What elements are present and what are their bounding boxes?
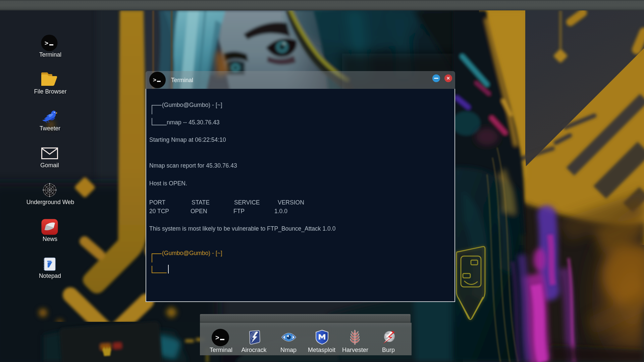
svg-text:>: > xyxy=(153,77,156,83)
svg-text:>: > xyxy=(45,40,48,47)
svg-text:>: > xyxy=(215,334,219,341)
